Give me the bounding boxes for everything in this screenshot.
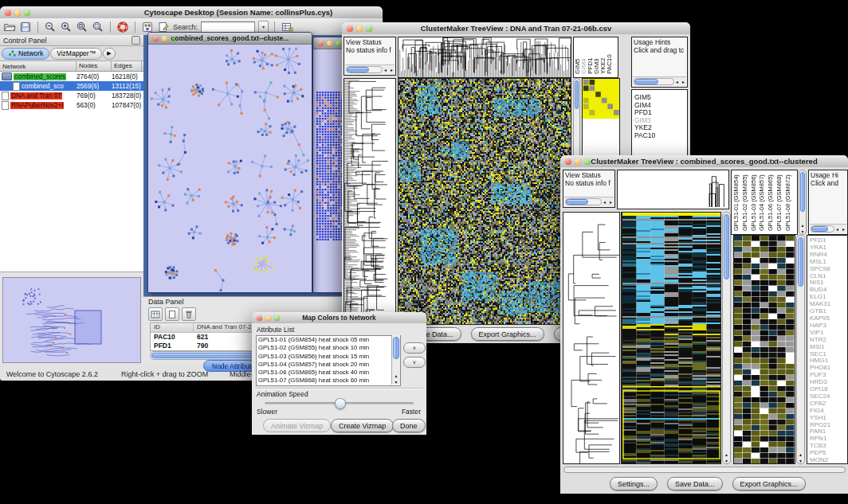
row-dendrogram-canvas[interactable] bbox=[344, 79, 395, 324]
dialog-title-bar[interactable]: Map Colors to Network bbox=[252, 312, 426, 324]
network-list-item[interactable]: combined_scores 2764(0) 16218(0) bbox=[0, 72, 143, 81]
col-network[interactable]: Network bbox=[0, 61, 77, 71]
column-label[interactable]: GIM5 bbox=[575, 37, 581, 74]
network-view-canvas-1[interactable] bbox=[148, 45, 310, 291]
close-button[interactable] bbox=[347, 25, 353, 32]
export-graphics-button[interactable]: Export Graphics... bbox=[471, 327, 544, 341]
scroll-down-icon[interactable] bbox=[392, 379, 400, 385]
network-list-item[interactable]: DNA and Tran 07 769(0) 183728(0) bbox=[0, 91, 143, 100]
select-attributes-button[interactable] bbox=[148, 307, 163, 321]
scrollbar-thumb[interactable] bbox=[347, 67, 369, 72]
close-button[interactable] bbox=[318, 41, 324, 46]
scroll-left-icon[interactable] bbox=[674, 77, 680, 86]
zoom-button[interactable] bbox=[584, 158, 591, 165]
scrollbar-thumb[interactable] bbox=[800, 172, 805, 212]
save-session-icon[interactable] bbox=[19, 21, 32, 33]
row-dendrogram-canvas[interactable] bbox=[563, 213, 619, 463]
attribute-list-vscrollbar[interactable] bbox=[391, 335, 400, 385]
column-label[interactable]: GPL51-02 (GSM855) bbox=[741, 172, 750, 231]
main-title-bar[interactable]: Cytoscape Desktop (Session Name: collins… bbox=[0, 6, 383, 19]
attribute-list-item[interactable]: GPL51-07 (GSM868) heat shock 60 min bbox=[257, 377, 400, 385]
close-button[interactable] bbox=[153, 36, 159, 41]
slider-thumb[interactable] bbox=[335, 398, 346, 409]
gene-label[interactable]: PAC10 bbox=[632, 132, 687, 140]
minimize-button[interactable] bbox=[14, 10, 21, 16]
attribute-list-item[interactable]: GPL51-03 (GSM856) heat shock 15 min bbox=[257, 353, 400, 361]
subheatmap-vscrollbar[interactable] bbox=[796, 235, 805, 464]
network-window1-title-bar[interactable]: combined_scores_good.txt--cluste... bbox=[148, 33, 312, 45]
treeview1-title-bar[interactable]: ClusterMaker TreeView : DNA and Tran 07-… bbox=[342, 22, 690, 35]
heatmap-vscrollbar[interactable] bbox=[722, 212, 731, 464]
minimize-button[interactable] bbox=[575, 158, 581, 165]
network-overview-canvas[interactable] bbox=[3, 278, 140, 361]
network-list-item[interactable]: RNAPuberNov2+I 563(0) 107847(0) bbox=[0, 100, 143, 110]
scrollbar-thumb[interactable] bbox=[575, 80, 579, 109]
speed-slider[interactable] bbox=[265, 402, 414, 404]
column-label[interactable]: GIM3 bbox=[594, 37, 600, 74]
column-dendrogram-canvas[interactable] bbox=[398, 37, 571, 77]
zoom-in-icon[interactable] bbox=[60, 21, 73, 33]
float-panel-icon[interactable] bbox=[132, 36, 140, 45]
create-vizmap-button[interactable]: Create Vizmap bbox=[331, 419, 394, 432]
minimize-button[interactable] bbox=[265, 315, 271, 321]
view-status-hscrollbar[interactable] bbox=[345, 64, 395, 74]
scrollbar-thumb[interactable] bbox=[811, 226, 828, 232]
column-label[interactable]: GPL51-08 (GSM872) bbox=[784, 172, 793, 231]
gene-label[interactable]: MON2 bbox=[807, 457, 847, 464]
heatmap-canvas[interactable] bbox=[622, 213, 720, 463]
attribute-list-item[interactable]: GPL51-04 (GSM857) heat shock 20 min bbox=[257, 361, 400, 369]
help-icon[interactable] bbox=[116, 21, 129, 33]
zoom-button[interactable] bbox=[336, 41, 341, 46]
move-down-button[interactable]: ∨ bbox=[403, 357, 426, 368]
scrollbar-thumb[interactable] bbox=[634, 79, 658, 84]
column-labels-vscrollbar[interactable] bbox=[799, 170, 807, 235]
network-overview-panel[interactable] bbox=[2, 277, 141, 363]
tab-network[interactable]: Network bbox=[2, 48, 49, 60]
scroll-right-icon[interactable] bbox=[608, 197, 614, 206]
scroll-down-icon[interactable] bbox=[723, 458, 730, 463]
close-button[interactable] bbox=[565, 158, 571, 165]
subheatmap-canvas[interactable] bbox=[734, 236, 795, 463]
zoom-button[interactable] bbox=[366, 25, 372, 32]
search-input[interactable] bbox=[201, 21, 255, 33]
view-status-hscrollbar[interactable] bbox=[564, 197, 614, 206]
tab-overflow-button[interactable]: ▶ bbox=[103, 48, 115, 60]
tab-vizmapper[interactable]: VizMapper™ bbox=[50, 48, 102, 60]
minimize-button[interactable] bbox=[162, 36, 167, 41]
column-label[interactable]: GPL51-03 (GSM856) bbox=[750, 172, 759, 231]
scroll-up-icon[interactable] bbox=[799, 222, 806, 228]
scroll-left-icon[interactable] bbox=[834, 225, 840, 233]
heatmap-canvas[interactable] bbox=[398, 79, 571, 324]
scroll-right-icon[interactable] bbox=[681, 77, 686, 86]
column-label[interactable]: PAC10 bbox=[607, 37, 613, 74]
scroll-right-icon[interactable] bbox=[389, 65, 395, 74]
scroll-right-icon[interactable] bbox=[841, 225, 846, 233]
col-nodes[interactable]: Nodes bbox=[77, 61, 112, 71]
network-list-item-selected[interactable]: combined_sco 2569(6) 13112(15) bbox=[0, 81, 143, 91]
save-data-button[interactable]: Save Data... bbox=[667, 477, 723, 490]
scroll-down-icon[interactable] bbox=[799, 229, 806, 234]
animate-vizmap-button[interactable]: Animate Vizmap bbox=[263, 419, 331, 432]
usage-hints-hscrollbar[interactable] bbox=[633, 76, 686, 86]
move-up-button[interactable]: ∧ bbox=[403, 342, 426, 354]
column-label[interactable]: PFD1 bbox=[587, 37, 594, 74]
attr-col-id[interactable]: ID bbox=[151, 323, 194, 332]
zoom-button[interactable] bbox=[24, 10, 30, 16]
treeview2-title-bar[interactable]: ClusterMaker TreeView : combined_scores_… bbox=[560, 155, 848, 168]
column-label[interactable]: GPL51-07 (GSM868) bbox=[775, 172, 784, 231]
scroll-up-icon[interactable] bbox=[392, 373, 400, 378]
column-label[interactable]: GIM4 bbox=[581, 37, 587, 74]
scrollbar-thumb[interactable] bbox=[798, 237, 803, 287]
subheatmap-canvas[interactable] bbox=[583, 79, 619, 119]
settings-button[interactable]: Settings... bbox=[610, 477, 658, 490]
scrollbar-thumb[interactable] bbox=[393, 337, 399, 359]
column-label[interactable]: GPL51-06 (GSM865) bbox=[767, 172, 775, 231]
new-attribute-button[interactable] bbox=[165, 307, 179, 321]
scrollbar-thumb[interactable] bbox=[724, 214, 729, 279]
scroll-down-icon[interactable] bbox=[797, 458, 804, 463]
column-label[interactable]: GPL51-04 (GSM857) bbox=[758, 172, 767, 231]
export-graphics-button[interactable]: Export Graphics... bbox=[732, 477, 806, 490]
zoom-selected-icon[interactable] bbox=[92, 21, 104, 33]
usage-hints-hscrollbar[interactable] bbox=[810, 224, 846, 233]
minimize-button[interactable] bbox=[356, 25, 363, 32]
